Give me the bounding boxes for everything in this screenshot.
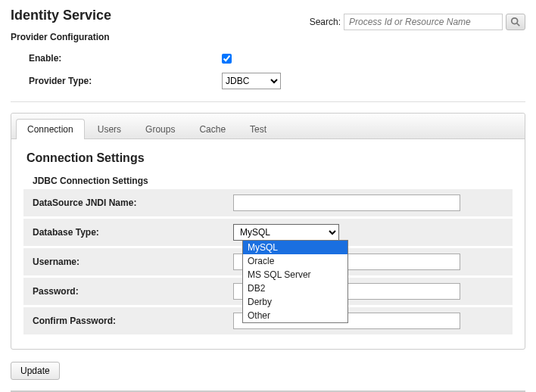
enable-row: Enable: — [11, 48, 525, 68]
tab-content: Connection Settings JDBC Connection Sett… — [11, 139, 525, 349]
username-label: Username: — [33, 257, 233, 267]
provider-type-label: Provider Type: — [29, 76, 222, 86]
password-label: Password: — [33, 286, 233, 297]
dbtype-select[interactable]: MySQL — [233, 224, 339, 241]
dbtype-option-other[interactable]: Other — [243, 309, 347, 322]
tab-groups[interactable]: Groups — [134, 119, 186, 139]
search-input[interactable] — [344, 14, 503, 30]
dbtype-option-db2[interactable]: DB2 — [243, 282, 347, 295]
search-area: Search: — [310, 14, 525, 30]
dbtype-label: Database Type: — [33, 227, 233, 238]
update-button[interactable]: Update — [11, 362, 60, 380]
divider — [11, 101, 525, 102]
jndi-input[interactable] — [233, 194, 460, 211]
dbtype-option-mssql[interactable]: MS SQL Server — [243, 268, 347, 282]
svg-point-0 — [512, 18, 518, 24]
tab-test[interactable]: Test — [238, 119, 278, 139]
confirm-password-label: Confirm Password: — [33, 316, 233, 326]
tab-users[interactable]: Users — [86, 119, 132, 139]
dbtype-row: Database Type: MySQL MySQL Oracle MS SQL… — [23, 219, 513, 246]
tab-cache[interactable]: Cache — [188, 119, 237, 139]
jndi-label: DataSource JNDI Name: — [33, 198, 233, 208]
page-title: Identity Service — [11, 8, 111, 23]
connection-settings-title: Connection Settings — [26, 151, 513, 165]
enable-checkbox[interactable] — [222, 54, 232, 64]
dbtype-option-oracle[interactable]: Oracle — [243, 254, 347, 268]
provider-type-select[interactable]: JDBC — [222, 73, 281, 89]
tabs-container: Connection Users Groups Cache Test Conne… — [11, 113, 525, 350]
tabstrip: Connection Users Groups Cache Test — [11, 114, 525, 139]
jndi-row: DataSource JNDI Name: — [23, 189, 513, 216]
provider-config-subtitle: Provider Configuration — [11, 32, 525, 42]
jdbc-subsection-title: JDBC Connection Settings — [33, 176, 513, 186]
dbtype-option-derby[interactable]: Derby — [243, 295, 347, 309]
search-icon — [510, 17, 521, 27]
provider-type-row: Provider Type: JDBC — [11, 68, 525, 94]
svg-line-1 — [517, 23, 520, 26]
search-label: Search: — [310, 17, 341, 27]
enable-label: Enable: — [29, 53, 222, 64]
dbtype-dropdown-list: MySQL Oracle MS SQL Server DB2 Derby Oth… — [242, 240, 348, 323]
search-button[interactable] — [506, 14, 525, 30]
dbtype-option-mysql[interactable]: MySQL — [243, 241, 347, 254]
tab-connection[interactable]: Connection — [16, 119, 85, 139]
